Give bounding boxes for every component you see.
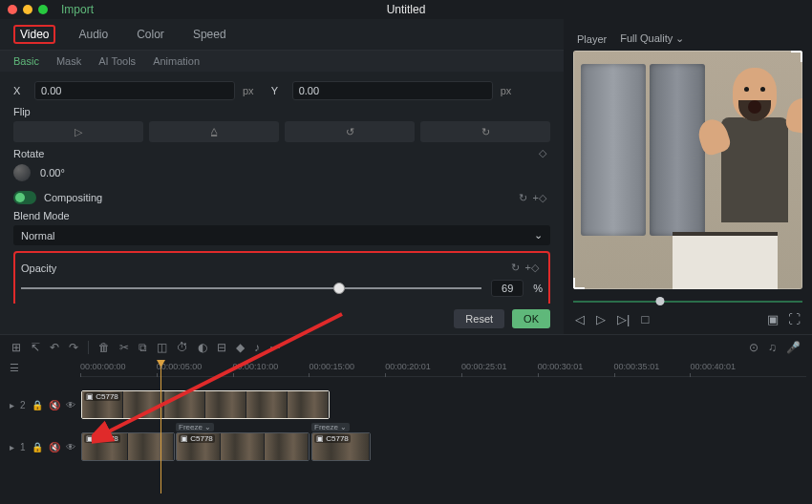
x-input[interactable]: [34, 81, 235, 100]
reset-button[interactable]: Reset: [454, 309, 504, 328]
audio-icon[interactable]: ♪: [254, 341, 260, 354]
mixer-icon[interactable]: ♫: [768, 341, 777, 354]
adjust-icon[interactable]: ⊟: [217, 341, 226, 354]
opacity-label: Opacity: [21, 262, 56, 274]
flip-label: Flip: [13, 106, 550, 117]
video-preview[interactable]: [573, 51, 802, 289]
track-collapse-icon[interactable]: ▸: [10, 400, 14, 410]
blend-mode-label: Blend Mode: [13, 210, 550, 221]
next-frame-button[interactable]: ▷|: [617, 312, 630, 326]
inspector-panel: Video Audio Color Speed Basic Mask AI To…: [0, 19, 564, 334]
cut-icon[interactable]: ✂: [119, 341, 129, 354]
tab-video[interactable]: Video: [13, 25, 55, 44]
player-tab[interactable]: Player: [577, 33, 607, 45]
timeline-menu-icon[interactable]: ☰: [10, 362, 19, 374]
player-scrubber[interactable]: [573, 295, 802, 308]
compositing-label: Compositing: [44, 192, 102, 203]
y-input[interactable]: [292, 81, 493, 100]
subtab-animation[interactable]: Animation: [153, 55, 200, 67]
subtab-basic[interactable]: Basic: [13, 55, 39, 67]
timeline-ruler[interactable]: 00:00:00:00 00:00:05:00 00:00:10:00 00:0…: [80, 360, 806, 377]
play-button[interactable]: ▷: [596, 312, 606, 326]
opacity-slider[interactable]: [21, 287, 481, 289]
y-unit: px: [501, 85, 512, 96]
pointer-tool-icon[interactable]: ⊞: [11, 341, 21, 354]
chevron-down-icon: ⌄: [675, 32, 684, 44]
freeze-badge: Freeze ⌄: [311, 423, 350, 431]
clip-track1-b[interactable]: ▣ C5778: [176, 432, 310, 461]
subtab-mask[interactable]: Mask: [56, 55, 81, 67]
blend-mode-dropdown[interactable]: Normal ⌄: [13, 225, 550, 245]
quality-dropdown[interactable]: Full Quality ⌄: [620, 32, 684, 45]
copy-icon[interactable]: ⧉: [139, 341, 147, 354]
speed-icon[interactable]: ⏱: [177, 341, 188, 354]
select-tool-icon[interactable]: ↸: [31, 341, 40, 354]
track-mute-icon[interactable]: 🔇: [49, 400, 60, 410]
opacity-section: Opacity ↻+◇ 69 %: [13, 251, 550, 304]
rotate-cw-button[interactable]: ↻: [420, 121, 550, 142]
chevron-down-icon: ⌄: [534, 229, 543, 242]
marker-icon[interactable]: ◆: [236, 341, 245, 354]
render-icon[interactable]: ⊙: [749, 341, 759, 354]
more-icon[interactable]: ⋯: [269, 341, 281, 354]
color-icon[interactable]: ◐: [198, 341, 207, 354]
flip-horizontal-button[interactable]: ▷: [13, 121, 143, 142]
fullscreen-button[interactable]: ⛶: [788, 312, 801, 326]
track-hide-icon[interactable]: 👁: [66, 400, 75, 410]
rotate-ccw-icon: ↺: [343, 125, 356, 138]
flip-v-icon: ⩠: [207, 125, 221, 138]
track-lock-icon[interactable]: 🔒: [32, 400, 43, 410]
keyframe-add-icon[interactable]: +◇: [533, 192, 546, 204]
rotate-label: Rotate: [13, 148, 44, 159]
track-lock-icon[interactable]: 🔒: [32, 442, 43, 452]
opacity-unit: %: [533, 283, 543, 294]
y-label: Y: [271, 85, 285, 96]
stop-button[interactable]: □: [641, 312, 649, 326]
track-collapse-icon[interactable]: ▸: [10, 442, 14, 452]
window-minimize[interactable]: [23, 5, 32, 14]
undo-icon[interactable]: ↶: [50, 341, 59, 354]
playhead[interactable]: [160, 360, 161, 494]
flip-vertical-button[interactable]: ⩠: [149, 121, 279, 142]
opacity-keyframe-icon[interactable]: +◇: [525, 262, 539, 274]
tab-audio[interactable]: Audio: [73, 25, 114, 44]
mic-icon[interactable]: 🎤: [786, 341, 801, 354]
ruler-tick: 00:00:00:00: [80, 362, 126, 371]
opacity-slider-thumb[interactable]: [333, 283, 345, 294]
tab-color[interactable]: Color: [131, 25, 170, 44]
clip-track2[interactable]: ▣ C5778: [81, 390, 330, 419]
track-number: 1: [20, 442, 26, 452]
prev-frame-button[interactable]: ◁: [575, 312, 585, 326]
window-close[interactable]: [8, 5, 17, 14]
delete-icon[interactable]: 🗑: [98, 341, 110, 354]
scrubber-thumb[interactable]: [656, 297, 665, 305]
redo-icon[interactable]: ↷: [69, 341, 78, 354]
clip-label: ▣ C5778: [84, 434, 120, 443]
compositing-toggle[interactable]: [13, 191, 36, 204]
ruler-tick: 00:00:20:01: [385, 362, 431, 371]
track-hide-icon[interactable]: 👁: [66, 442, 75, 452]
clip-label: ▣ C5778: [179, 434, 215, 443]
opacity-reset-icon[interactable]: ↻: [511, 262, 520, 274]
snapshot-button[interactable]: ▣: [767, 312, 779, 326]
tab-speed[interactable]: Speed: [187, 25, 232, 44]
opacity-value[interactable]: 69: [491, 280, 524, 297]
ok-button[interactable]: OK: [512, 309, 550, 328]
rotate-ccw-button[interactable]: ↺: [285, 121, 415, 142]
clip-track1-c[interactable]: ▣ C5778: [311, 432, 371, 461]
rotate-knob[interactable]: [13, 164, 31, 181]
import-button[interactable]: Import: [61, 3, 94, 16]
timeline-panel: ⊞ ↸ ↶ ↷ 🗑 ✂ ⧉ ◫ ⏱ ◐ ⊟ ◆ ♪ ⋯ ⊙ ♫ 🎤 ☰ 00:0…: [0, 334, 812, 504]
keyframe-diamond-icon[interactable]: ◇: [539, 147, 546, 159]
play-right-icon: ▷: [72, 125, 85, 138]
crop-icon[interactable]: ◫: [157, 341, 167, 354]
player-panel: Player Full Quality ⌄ ◁ ▷ ▷|: [564, 19, 812, 334]
ruler-tick: 00:00:10:00: [233, 362, 279, 371]
ruler-tick: 00:00:40:01: [690, 362, 736, 371]
window-zoom[interactable]: [38, 5, 48, 14]
freeze-badge: Freeze ⌄: [176, 423, 214, 431]
subtab-aitools[interactable]: AI Tools: [98, 55, 136, 67]
clip-label: ▣ C5778: [84, 392, 120, 401]
reset-icon[interactable]: ↻: [519, 192, 527, 204]
track-mute-icon[interactable]: 🔇: [49, 442, 60, 452]
